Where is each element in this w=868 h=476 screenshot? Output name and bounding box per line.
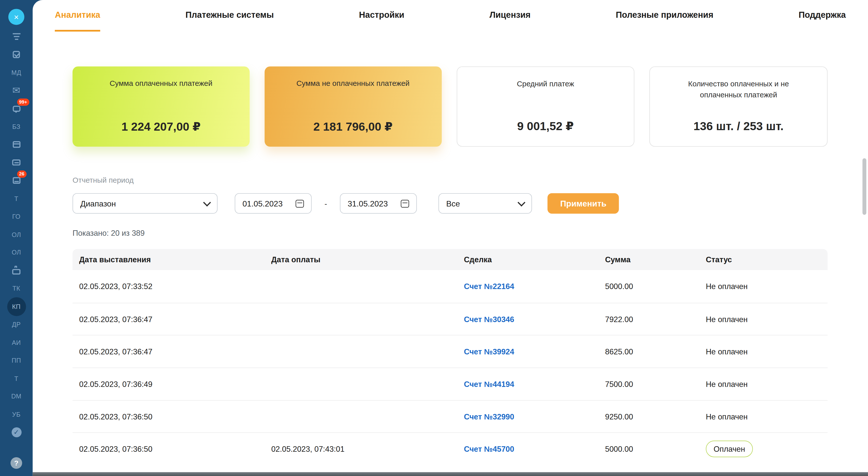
cell-deal: Счет №39924 <box>464 347 605 356</box>
deal-link[interactable]: Счет №22164 <box>464 282 514 291</box>
column-header: Дата выставления <box>79 255 271 264</box>
results-count: Показано: 20 из 389 <box>72 229 828 237</box>
sidebar-item-briefcase[interactable] <box>11 264 22 277</box>
table-row: 02.05.2023, 07:36:47Счет №399248625.00Не… <box>72 335 828 368</box>
cell-status: Не оплачен <box>706 412 828 421</box>
table-header: Дата выставленияДата оплатыСделкаСуммаСт… <box>72 249 828 270</box>
sidebar-item-calendar[interactable] <box>11 138 22 151</box>
tab-analytics[interactable]: Аналитика <box>55 0 100 32</box>
calendar-icon <box>11 139 22 150</box>
table-row: 02.05.2023, 07:33:52Счет №221645000.00Не… <box>72 270 828 303</box>
sidebar-item-md[interactable]: МД <box>11 66 21 78</box>
calendar-icon <box>401 199 409 208</box>
cell-deal: Счет №22164 <box>464 282 605 291</box>
column-header: Сумма <box>605 255 706 264</box>
vertical-scrollbar[interactable] <box>863 158 866 215</box>
date-from-value: 01.05.2023 <box>243 199 283 208</box>
notification-badge: 26 <box>17 170 27 178</box>
tab-useful-apps[interactable]: Полезные приложения <box>616 0 713 32</box>
deal-link[interactable]: Счет №30346 <box>464 315 514 323</box>
status-select[interactable]: Все <box>438 193 532 214</box>
sidebar-item-tasks[interactable] <box>11 49 22 61</box>
range-select-value: Диапазон <box>80 199 116 208</box>
close-icon: × <box>14 12 19 22</box>
tab-settings[interactable]: Настройки <box>359 0 404 32</box>
status-select-value: Все <box>446 199 460 208</box>
cell-deal: Счет №45700 <box>464 445 605 453</box>
deal-link[interactable]: Счет №39924 <box>464 347 514 356</box>
check-icon <box>11 427 22 438</box>
status-text: Не оплачен <box>706 412 748 421</box>
chevron-down-icon <box>203 198 211 206</box>
sidebar-item-dr[interactable]: ДР <box>12 318 21 330</box>
tab-bar: АналитикаПлатежные системыНастройкиЛицен… <box>33 0 868 32</box>
tab-support[interactable]: Поддержка <box>799 0 846 32</box>
stat-card-value: 9 001,52 ₽ <box>517 120 574 133</box>
sidebar-item-media[interactable] <box>11 156 22 169</box>
range-select[interactable]: Диапазон <box>72 193 217 214</box>
cell-amount: 5000.00 <box>605 282 706 291</box>
stat-card-unpaid-sum: Сумма не оплаченных платежей2 181 796,00… <box>265 66 441 147</box>
sidebar-item-dm[interactable]: DM <box>11 390 21 403</box>
report-period-label: Отчетный период <box>72 177 828 185</box>
cell-issued-date: 02.05.2023, 07:36:50 <box>79 412 271 421</box>
sidebar-item-ol1[interactable]: ОЛ <box>12 228 21 241</box>
payments-table: Дата выставленияДата оплатыСделкаСуммаСт… <box>72 249 828 465</box>
mail-icon <box>11 85 22 96</box>
deal-link[interactable]: Счет №45700 <box>464 445 514 453</box>
chevron-down-icon <box>518 198 525 206</box>
bottom-scrollbar <box>33 472 868 476</box>
table-body: 02.05.2023, 07:33:52Счет №221645000.00Не… <box>72 270 828 465</box>
close-button[interactable]: × <box>8 9 24 25</box>
sidebar-item-tk[interactable]: ТК <box>12 282 20 294</box>
date-from-input[interactable]: 01.05.2023 <box>235 193 312 214</box>
calendar-icon <box>296 199 304 208</box>
stat-card-avg-payment: Средний платеж9 001,52 ₽ <box>457 66 635 147</box>
sidebar-item-chat[interactable]: 99+ <box>11 102 22 115</box>
stat-cards: Сумма оплаченных платежей1 224 207,00 ₽С… <box>72 66 828 147</box>
sidebar-item-go[interactable]: ГО <box>12 210 21 222</box>
sidebar-item-mail[interactable] <box>11 84 22 97</box>
column-header: Статус <box>706 255 828 264</box>
sidebar-item-ol2[interactable]: ОЛ <box>12 246 21 258</box>
cell-deal: Счет №30346 <box>464 315 605 323</box>
sidebar-item-drive[interactable]: 26 <box>11 174 22 187</box>
date-range-separator: - <box>312 199 340 208</box>
sidebar-item-filter[interactable] <box>11 31 22 43</box>
cell-amount: 7500.00 <box>605 380 706 388</box>
sidebar-item-bz[interactable]: БЗ <box>12 120 21 133</box>
briefcase-icon <box>11 265 22 276</box>
sidebar-item-ai[interactable]: АИ <box>12 336 21 349</box>
cell-deal: Счет №32990 <box>464 412 605 421</box>
sidebar-item-t1[interactable]: Т <box>14 192 18 205</box>
cell-amount: 7922.00 <box>605 315 706 323</box>
tab-license[interactable]: Лицензия <box>490 0 531 32</box>
cell-paid-date: 02.05.2023, 07:43:01 <box>271 445 464 453</box>
deal-link[interactable]: Счет №32990 <box>464 412 514 421</box>
cell-amount: 5000.00 <box>605 445 706 453</box>
cell-amount: 9250.00 <box>605 412 706 421</box>
tab-payment-systems[interactable]: Платежные системы <box>185 0 274 32</box>
sidebar-item-complete[interactable] <box>11 426 22 439</box>
cell-status: Оплачен <box>706 441 828 457</box>
stat-card-counts: Количество оплаченных и не оплаченных пл… <box>650 66 828 147</box>
sidebar-item-kp[interactable]: КП <box>7 297 26 316</box>
sidebar-item-ub[interactable]: УБ <box>12 408 21 420</box>
sidebar-item-pp[interactable]: ПП <box>12 354 21 367</box>
help-button[interactable]: ? <box>10 457 22 469</box>
stat-card-title: Количество оплаченных и не оплаченных пл… <box>671 78 806 101</box>
notification-badge: 99+ <box>17 99 29 106</box>
app-window: × МД99+БЗ26ТГООЛОЛТККПДРАИППТDMУБ ? Анал… <box>0 0 868 476</box>
banner-icon <box>11 157 22 168</box>
stat-card-title: Средний платеж <box>517 78 574 90</box>
cell-issued-date: 02.05.2023, 07:36:47 <box>79 315 271 323</box>
date-to-input[interactable]: 31.05.2023 <box>340 193 417 214</box>
cell-status: Не оплачен <box>706 347 828 356</box>
deal-link[interactable]: Счет №44194 <box>464 380 514 388</box>
status-text: Не оплачен <box>706 282 748 291</box>
status-text: Не оплачен <box>706 315 748 323</box>
column-header: Сделка <box>464 255 605 264</box>
help-icon: ? <box>14 459 19 467</box>
apply-button[interactable]: Применить <box>547 193 619 214</box>
sidebar-item-t2[interactable]: Т <box>14 372 18 384</box>
